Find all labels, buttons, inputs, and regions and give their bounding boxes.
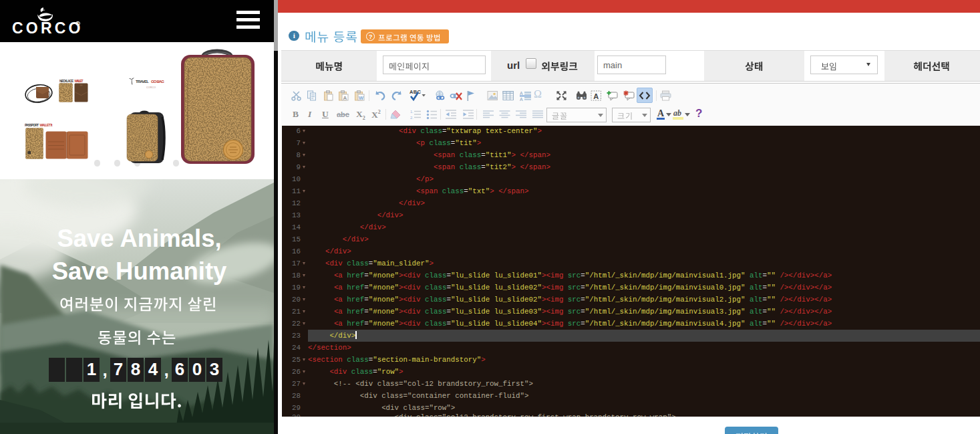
svg-text:A: A — [520, 91, 523, 96]
svg-text:A: A — [343, 95, 347, 101]
svg-text:ABC: ABC — [410, 89, 421, 95]
svg-text:A: A — [593, 92, 599, 100]
svg-text:A: A — [520, 96, 523, 101]
svg-text:WALLET 7t: WALLET 7t — [40, 123, 53, 127]
svg-text:1.: 1. — [410, 110, 414, 114]
svg-text:CORCO: CORCO — [146, 86, 156, 89]
svg-text:GO BAG: GO BAG — [151, 80, 164, 84]
svg-text:W: W — [359, 94, 364, 100]
svg-text:2.: 2. — [410, 116, 414, 120]
svg-text:PASSPORT: PASSPORT — [25, 123, 39, 127]
svg-text:TRAVEL: TRAVEL — [136, 80, 149, 84]
